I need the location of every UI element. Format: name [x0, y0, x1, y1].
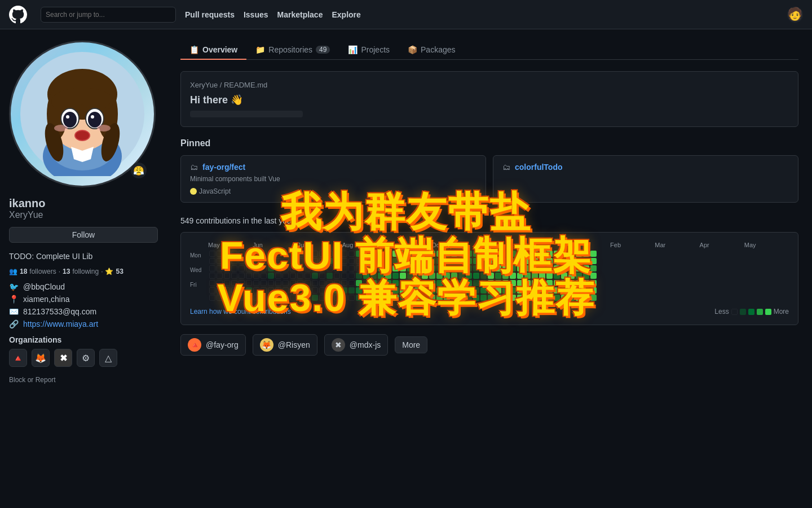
- contrib-cell[interactable]: [378, 251, 384, 257]
- contrib-cell[interactable]: [341, 273, 347, 279]
- contrib-cell[interactable]: [326, 273, 333, 279]
- contrib-cell[interactable]: [444, 265, 450, 271]
- contrib-cell[interactable]: [568, 258, 575, 264]
- contrib-cell[interactable]: [239, 273, 245, 279]
- contrib-cell[interactable]: [392, 265, 399, 271]
- contrib-cell[interactable]: [414, 258, 421, 264]
- contrib-cell[interactable]: [268, 251, 274, 257]
- contrib-cell[interactable]: [246, 295, 252, 301]
- contrib-cell[interactable]: [480, 280, 487, 286]
- contrib-cell[interactable]: [488, 295, 494, 301]
- contrib-cell[interactable]: [297, 280, 303, 286]
- contrib-cell[interactable]: [217, 251, 223, 257]
- contrib-cell[interactable]: [290, 265, 296, 271]
- contrib-cell[interactable]: [524, 287, 531, 294]
- contrib-cell[interactable]: [429, 273, 435, 279]
- contrib-cell[interactable]: [495, 258, 501, 264]
- contrib-cell[interactable]: [319, 280, 325, 286]
- nav-marketplace[interactable]: Marketplace: [277, 8, 323, 21]
- contrib-cell[interactable]: [356, 295, 362, 301]
- contrib-cell[interactable]: [539, 287, 545, 294]
- contrib-cell[interactable]: [400, 280, 406, 286]
- contrib-cell[interactable]: [444, 251, 450, 257]
- block-report-link[interactable]: Block or Report: [9, 376, 158, 384]
- contrib-cell[interactable]: [539, 258, 545, 264]
- contrib-cell[interactable]: [583, 251, 589, 257]
- contrib-cell[interactable]: [378, 258, 384, 264]
- contrib-cell[interactable]: [576, 287, 582, 294]
- contrib-cell[interactable]: [385, 287, 391, 294]
- contrib-cell[interactable]: [436, 258, 443, 264]
- search-input[interactable]: [41, 7, 176, 23]
- contrib-cell[interactable]: [510, 273, 516, 279]
- contrib-cell[interactable]: [334, 287, 340, 294]
- contrib-cell[interactable]: [209, 280, 215, 286]
- contrib-cell[interactable]: [466, 265, 472, 271]
- contrib-cell[interactable]: [268, 273, 274, 279]
- contrib-cell[interactable]: [209, 258, 215, 264]
- contrib-cell[interactable]: [568, 287, 575, 294]
- contrib-cell[interactable]: [275, 258, 281, 264]
- contrib-cell[interactable]: [480, 258, 487, 264]
- contrib-cell[interactable]: [304, 273, 311, 279]
- contrib-cell[interactable]: [224, 251, 230, 257]
- contrib-cell[interactable]: [217, 280, 223, 286]
- contrib-cell[interactable]: [546, 287, 553, 294]
- contrib-cell[interactable]: [436, 280, 443, 286]
- contrib-cell[interactable]: [253, 251, 259, 257]
- contrib-cell[interactable]: [253, 258, 259, 264]
- contrib-cell[interactable]: [532, 295, 538, 301]
- contrib-cell[interactable]: [246, 251, 252, 257]
- contrib-cell[interactable]: [290, 258, 296, 264]
- org-icon-2[interactable]: ✖: [54, 349, 72, 367]
- contrib-cell[interactable]: [224, 258, 230, 264]
- contrib-cell[interactable]: [275, 265, 281, 271]
- contrib-cell[interactable]: [568, 280, 575, 286]
- contrib-cell[interactable]: [407, 258, 413, 264]
- contrib-cell[interactable]: [385, 265, 391, 271]
- contrib-cell[interactable]: [209, 295, 215, 301]
- contrib-cell[interactable]: [466, 295, 472, 301]
- contrib-cell[interactable]: [363, 251, 369, 257]
- contrib-cell[interactable]: [363, 280, 369, 286]
- contrib-cell[interactable]: [590, 265, 597, 271]
- contrib-cell[interactable]: [422, 287, 428, 294]
- contrib-cell[interactable]: [392, 273, 399, 279]
- contrib-cell[interactable]: [546, 295, 553, 301]
- contrib-cell[interactable]: [268, 265, 274, 271]
- contrib-cell[interactable]: [451, 287, 457, 294]
- contrib-cell[interactable]: [590, 295, 597, 301]
- contrib-cell[interactable]: [246, 287, 252, 294]
- contrib-cell[interactable]: [326, 295, 333, 301]
- contrib-cell[interactable]: [466, 251, 472, 257]
- recent-org-risyen[interactable]: 🦊 @Risyen: [253, 334, 317, 356]
- contrib-cell[interactable]: [261, 258, 267, 264]
- contrib-cell[interactable]: [473, 295, 479, 301]
- contrib-cell[interactable]: [297, 295, 303, 301]
- contrib-cell[interactable]: [326, 280, 333, 286]
- contrib-cell[interactable]: [224, 265, 230, 271]
- contrib-cell[interactable]: [422, 295, 428, 301]
- contrib-cell[interactable]: [546, 258, 553, 264]
- contrib-cell[interactable]: [239, 280, 245, 286]
- contrib-cell[interactable]: [488, 258, 494, 264]
- contrib-cell[interactable]: [209, 251, 215, 257]
- contrib-cell[interactable]: [312, 295, 318, 301]
- contrib-cell[interactable]: [495, 287, 501, 294]
- contrib-cell[interactable]: [363, 287, 369, 294]
- contrib-cell[interactable]: [231, 251, 237, 257]
- contrib-cell[interactable]: [334, 265, 340, 271]
- contrib-cell[interactable]: [436, 287, 443, 294]
- contrib-cell[interactable]: [341, 295, 347, 301]
- contrib-cell[interactable]: [510, 287, 516, 294]
- contrib-cell[interactable]: [466, 273, 472, 279]
- contrib-cell[interactable]: [370, 251, 377, 257]
- contrib-cell[interactable]: [451, 258, 457, 264]
- contrib-cell[interactable]: [466, 258, 472, 264]
- contrib-cell[interactable]: [231, 273, 237, 279]
- contrib-cell[interactable]: [429, 258, 435, 264]
- contrib-cell[interactable]: [554, 251, 560, 257]
- contrib-cell[interactable]: [239, 265, 245, 271]
- tab-packages[interactable]: 📦 Packages: [399, 41, 464, 60]
- contrib-cell[interactable]: [517, 295, 523, 301]
